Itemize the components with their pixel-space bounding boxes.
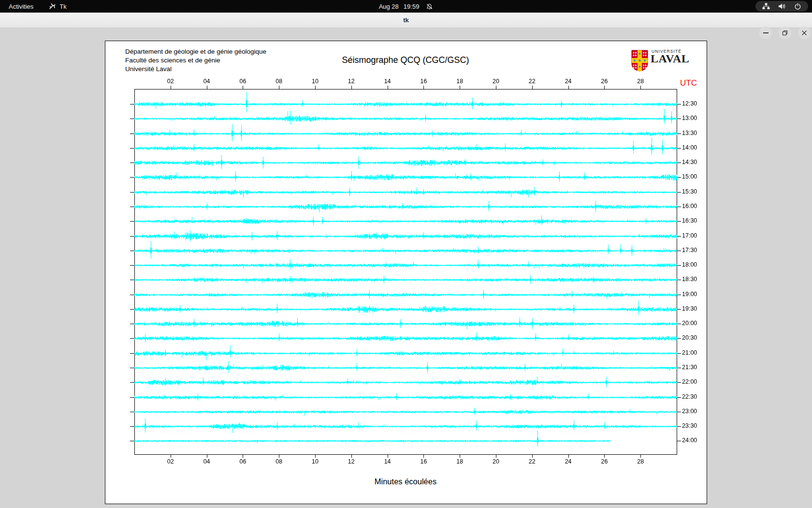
laval-shield-icon bbox=[631, 50, 648, 72]
x-tick-label: 14 bbox=[379, 78, 396, 85]
utc-time-label: 23:00 bbox=[682, 408, 697, 415]
x-tick-label: 18 bbox=[451, 458, 468, 465]
utc-time-label: 22:30 bbox=[682, 393, 697, 400]
x-tick-label: 06 bbox=[234, 458, 251, 465]
system-tray[interactable] bbox=[755, 1, 808, 12]
utc-time-label: 24:00 bbox=[682, 437, 697, 444]
utc-time-label: 17:00 bbox=[682, 232, 697, 239]
x-tick-label: 12 bbox=[343, 458, 360, 465]
utc-time-label: 20:00 bbox=[682, 320, 697, 327]
maximize-icon bbox=[782, 30, 788, 36]
volume-icon bbox=[778, 3, 786, 10]
figure-title: Séismographe QCQ (CGC/GSC) bbox=[134, 55, 677, 65]
desktop: Activities Tk Aug 28 19:59 bbox=[0, 0, 812, 508]
network-icon bbox=[762, 3, 770, 10]
x-tick-label: 28 bbox=[632, 458, 649, 465]
x-tick-label: 02 bbox=[162, 78, 179, 85]
utc-time-label: 14:30 bbox=[682, 159, 697, 165]
x-tick-label: 28 bbox=[632, 78, 649, 85]
utc-time-label: 15:30 bbox=[682, 188, 697, 195]
institution-line: Université Laval bbox=[125, 65, 266, 74]
x-tick-label: 26 bbox=[596, 78, 612, 85]
x-tick-label: 08 bbox=[271, 78, 287, 85]
utc-time-label: 12:30 bbox=[682, 100, 697, 107]
x-tick-label: 22 bbox=[524, 78, 540, 85]
utc-time-label: 16:30 bbox=[682, 217, 697, 224]
x-tick-label: 04 bbox=[199, 78, 215, 85]
x-tick-label: 10 bbox=[307, 458, 323, 465]
notifications-muted-icon bbox=[426, 3, 433, 10]
x-tick-label: 10 bbox=[307, 78, 323, 85]
utc-time-label: 18:00 bbox=[682, 261, 697, 268]
utc-time-label: 23:30 bbox=[682, 422, 697, 429]
laval-logo: UNIVERSITÉ LAVAL bbox=[631, 48, 704, 73]
x-tick-label: 14 bbox=[379, 458, 396, 465]
close-button[interactable] bbox=[798, 27, 811, 39]
minimize-icon bbox=[763, 32, 768, 33]
clock-button[interactable]: Aug 28 19:59 bbox=[0, 0, 812, 13]
utc-time-label: 13:30 bbox=[682, 130, 697, 136]
utc-time-label: 13:00 bbox=[682, 115, 697, 121]
x-tick-label: 20 bbox=[488, 458, 504, 465]
x-tick-label: 24 bbox=[560, 458, 577, 465]
x-tick-label: 24 bbox=[560, 78, 577, 85]
window-titlebar[interactable]: tk bbox=[0, 13, 812, 28]
utc-time-label: 15:00 bbox=[682, 173, 697, 180]
window-title: tk bbox=[0, 13, 812, 28]
utc-time-label: 20:30 bbox=[682, 334, 697, 341]
x-tick-label: 06 bbox=[234, 78, 251, 85]
x-tick-label: 18 bbox=[451, 78, 468, 85]
logo-laval-text: LAVAL bbox=[651, 52, 689, 65]
utc-time-label: 16:00 bbox=[682, 203, 697, 209]
x-tick-label: 16 bbox=[415, 458, 432, 465]
utc-time-label: 18:30 bbox=[682, 276, 697, 283]
minimize-button[interactable] bbox=[759, 27, 772, 39]
utc-time-label: 21:30 bbox=[682, 364, 697, 371]
clock-time: 19:59 bbox=[404, 3, 420, 10]
utc-time-label: 17:30 bbox=[682, 247, 697, 254]
x-tick-label: 22 bbox=[524, 458, 540, 465]
utc-time-label: 22:00 bbox=[682, 378, 697, 385]
x-axis-title: Minutes écoulées bbox=[134, 477, 677, 486]
x-tick-label: 12 bbox=[343, 78, 360, 85]
utc-time-label: 19:30 bbox=[682, 305, 697, 312]
x-tick-label: 20 bbox=[488, 78, 504, 85]
utc-time-label: 14:00 bbox=[682, 144, 697, 151]
utc-time-label: 19:00 bbox=[682, 291, 697, 298]
x-tick-label: 08 bbox=[271, 458, 287, 465]
seismogram-canvas bbox=[125, 77, 686, 467]
utc-time-label: 21:00 bbox=[682, 349, 697, 356]
x-tick-label: 02 bbox=[162, 458, 179, 465]
gnome-top-bar: Activities Tk Aug 28 19:59 bbox=[0, 0, 812, 13]
power-icon bbox=[794, 3, 801, 10]
clock-date: Aug 28 bbox=[379, 3, 399, 10]
x-tick-label: 16 bbox=[415, 78, 432, 85]
close-icon bbox=[801, 30, 807, 36]
x-tick-label: 04 bbox=[199, 458, 215, 465]
x-tick-label: 26 bbox=[596, 458, 612, 465]
maximize-button[interactable] bbox=[779, 27, 791, 39]
